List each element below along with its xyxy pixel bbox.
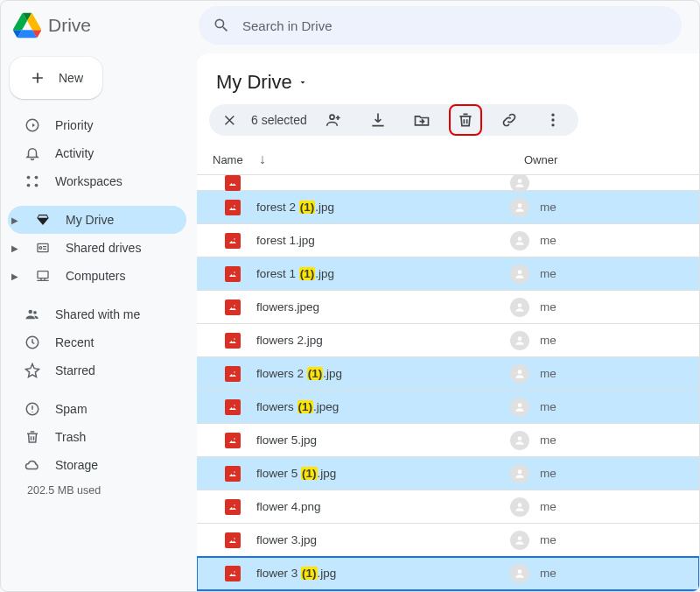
sidebar-item-activity[interactable]: Activity — [8, 139, 186, 167]
svg-point-4 — [35, 184, 38, 187]
image-icon — [225, 200, 241, 215]
sidebar-item-label: Trash — [55, 430, 86, 444]
svg-point-9 — [33, 311, 37, 314]
svg-point-2 — [35, 176, 38, 180]
sort-arrow-icon[interactable]: ↓ — [259, 152, 266, 167]
file-name: flowers 2.jpg — [256, 334, 323, 347]
shared-drives-icon — [34, 241, 52, 255]
more-actions-button[interactable] — [536, 104, 570, 136]
svg-point-34 — [518, 469, 522, 474]
file-row[interactable]: flowers.jpegme — [197, 291, 699, 324]
image-icon — [225, 466, 241, 482]
svg-point-39 — [234, 571, 235, 573]
svg-point-26 — [518, 336, 522, 341]
image-icon — [225, 433, 241, 448]
image-icon — [225, 333, 241, 349]
spam-icon — [24, 401, 41, 417]
svg-point-30 — [518, 403, 522, 407]
get-link-button[interactable] — [493, 104, 526, 136]
sidebar-item-label: Starred — [55, 363, 95, 377]
image-icon — [225, 300, 241, 315]
sidebar-item-priority[interactable]: Priority — [8, 111, 186, 139]
sidebar-item-label: Spam — [55, 402, 88, 416]
file-owner: me — [540, 267, 556, 280]
svg-point-17 — [234, 205, 235, 207]
file-row[interactable]: forest 1 (1).jpgme — [197, 257, 699, 291]
file-name: flowers.jpeg — [256, 300, 319, 314]
file-row[interactable]: flowers 2.jpgme — [197, 324, 699, 357]
file-row[interactable]: forest 2 (1).jpgme — [197, 191, 699, 224]
search-bar[interactable]: Search in Drive — [199, 6, 682, 45]
clock-icon — [24, 335, 41, 350]
page-title[interactable]: My Drive — [197, 53, 699, 104]
svg-point-23 — [234, 305, 235, 307]
svg-point-18 — [518, 203, 522, 208]
image-icon — [225, 566, 241, 581]
image-icon — [225, 175, 241, 191]
sidebar-item-my-drive[interactable]: ▶ My Drive — [8, 206, 186, 234]
file-row[interactable]: flowers 2 (1).jpgme — [197, 357, 699, 391]
svg-point-12 — [330, 115, 334, 119]
file-name: flower 5.jpg — [256, 433, 317, 447]
file-row-partial[interactable] — [197, 175, 699, 191]
file-row[interactable]: flower 3.jpgme — [197, 524, 699, 557]
file-owner: me — [540, 201, 556, 214]
sidebar-item-computers[interactable]: ▶ Computers — [8, 262, 186, 290]
file-name: flowers 2 (1).jpg — [256, 367, 342, 380]
svg-point-14 — [551, 118, 554, 121]
sidebar-item-label: My Drive — [66, 213, 114, 227]
file-name: flower 3 (1).jpg — [256, 567, 336, 580]
file-row[interactable]: forest 1.jpgme — [197, 224, 699, 257]
svg-point-21 — [234, 271, 235, 273]
file-name: forest 1 (1).jpg — [256, 267, 334, 280]
share-button[interactable] — [318, 104, 351, 136]
trash-icon — [24, 429, 41, 445]
svg-point-37 — [234, 538, 235, 539]
new-button[interactable]: New — [10, 57, 102, 99]
sidebar-item-label: Priority — [55, 118, 94, 132]
file-row[interactable]: flower 4.pngme — [197, 490, 699, 524]
sidebar-item-label: Storage — [55, 458, 98, 472]
selection-toolbar: 6 selected — [197, 104, 699, 144]
column-header-owner[interactable]: Owner — [524, 153, 557, 166]
clear-selection-button[interactable] — [218, 104, 241, 136]
delete-button[interactable] — [449, 104, 482, 136]
file-name: forest 2 (1).jpg — [256, 201, 334, 214]
owner-avatar-icon — [510, 531, 529, 550]
sidebar-item-starred[interactable]: Starred — [8, 356, 186, 384]
bell-icon — [24, 145, 41, 161]
download-button[interactable] — [361, 104, 395, 136]
file-name: flowers (1).jpeg — [256, 400, 339, 413]
computers-icon — [34, 269, 52, 283]
file-name: flower 5 (1).jpg — [256, 467, 336, 480]
app-name: Drive — [48, 15, 91, 36]
sidebar-item-trash[interactable]: Trash — [8, 423, 186, 451]
sidebar-item-shared-drives[interactable]: ▶ Shared drives — [8, 234, 186, 262]
sidebar-item-shared-with-me[interactable]: Shared with me — [8, 300, 186, 328]
file-row[interactable]: flowers (1).jpegme — [197, 391, 699, 424]
svg-point-27 — [234, 371, 235, 373]
dropdown-caret-icon — [298, 77, 308, 88]
svg-point-22 — [518, 270, 522, 274]
move-button[interactable] — [405, 104, 438, 136]
file-list: forest 2 (1).jpgmeforest 1.jpgmeforest 1… — [197, 175, 699, 591]
svg-point-40 — [518, 569, 522, 574]
expand-icon[interactable]: ▶ — [11, 243, 20, 253]
owner-avatar-icon — [510, 264, 529, 284]
sidebar-item-spam[interactable]: Spam — [8, 395, 186, 423]
expand-icon[interactable]: ▶ — [11, 215, 20, 225]
sidebar-item-storage[interactable]: Storage — [8, 451, 186, 479]
column-header-name[interactable]: Name — [213, 153, 243, 166]
sidebar-item-recent[interactable]: Recent — [8, 328, 186, 356]
file-row[interactable]: flower 5 (1).jpgme — [197, 457, 699, 490]
file-owner: me — [540, 234, 556, 247]
people-icon — [24, 307, 41, 322]
search-icon — [213, 17, 230, 34]
file-row[interactable]: flower 5.jpgme — [197, 424, 699, 457]
svg-point-3 — [27, 184, 31, 187]
page-title-text: My Drive — [216, 71, 292, 94]
sidebar-item-workspaces[interactable]: Workspaces — [8, 167, 186, 195]
file-row[interactable]: flower 3 (1).jpgme — [197, 557, 699, 590]
expand-icon[interactable]: ▶ — [11, 271, 20, 281]
search-placeholder: Search in Drive — [242, 18, 332, 33]
